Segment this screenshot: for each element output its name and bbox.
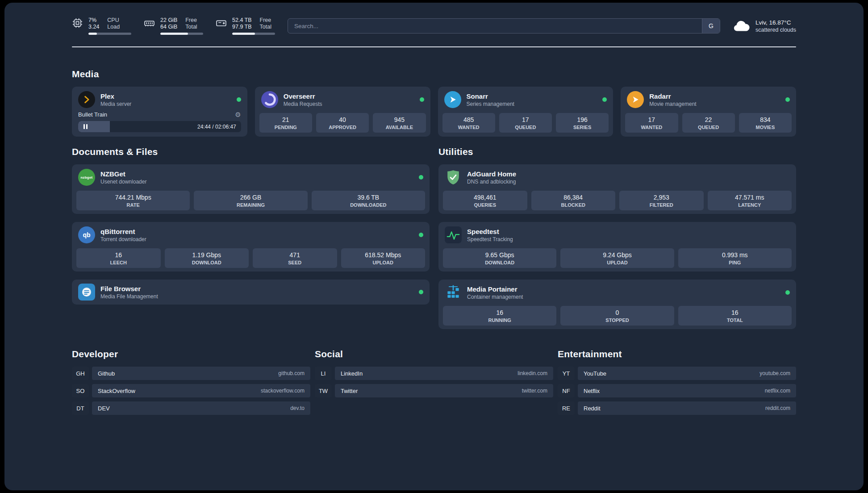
weather-widget[interactable]: Lviv, 16.87°C scattered clouds — [733, 19, 796, 33]
stat-tile: 834 MOVIES — [739, 113, 792, 133]
link-badge: GH — [72, 367, 89, 380]
stat-value: 9.65 Gbps — [445, 251, 555, 259]
link-stackoverflow[interactable]: SO StackOverflowstackoverflow.com — [72, 384, 310, 397]
cpu-progress-fill — [88, 33, 97, 35]
plex-card[interactable]: Plex Media server Bullet Train ⚙ 24:44 /… — [72, 87, 247, 137]
disk-total-value: 97.9 TB — [232, 24, 252, 30]
stat-label: UPLOAD — [562, 260, 672, 265]
stat-tile: 196 SERIES — [556, 113, 609, 133]
memory-icon — [144, 17, 155, 29]
stat-tile: 16 RUNNING — [443, 306, 556, 326]
stat-value: 40 — [318, 116, 367, 123]
link-youtube[interactable]: YT YouTubeyoutube.com — [558, 367, 796, 380]
developer-links: Developer GH Githubgithub.com SO StackOv… — [72, 349, 310, 419]
memory-stat: 22 GiB 64 GiB Free Total — [144, 17, 203, 35]
link-url: twitter.com — [522, 388, 547, 394]
app-name: Sonarr — [467, 92, 514, 100]
stat-tile: 498,461 QUERIES — [443, 191, 527, 210]
stat-label: TOTAL — [680, 318, 790, 323]
media-section-title: Media — [72, 69, 796, 79]
stat-label: LATENCY — [709, 202, 790, 208]
overseerr-card[interactable]: Overseerr Media Requests 21 PENDING 40 A… — [255, 87, 430, 137]
stat-label: STOPPED — [562, 318, 672, 323]
speedtest-card[interactable]: Speedtest Speedtest Tracking 9.65 Gbps D… — [438, 222, 796, 272]
nzbget-card[interactable]: nzbget NZBGet Usenet downloader 744.21 M… — [72, 164, 430, 214]
memory-progress-fill — [160, 33, 188, 35]
adguard-card[interactable]: AdGuard Home DNS and adblocking 498,461 … — [438, 164, 796, 214]
stat-value: 834 — [741, 116, 790, 123]
documents-column: Documents & Files nzbget NZBGet Usenet d… — [72, 146, 430, 305]
link-dev[interactable]: DT DEVdev.to — [72, 401, 310, 415]
link-github[interactable]: GH Githubgithub.com — [72, 367, 310, 380]
stat-value: 485 — [444, 116, 493, 123]
link-twitter[interactable]: TW Twittertwitter.com — [315, 384, 553, 397]
filebrowser-card[interactable]: File Browser Media File Management — [72, 280, 430, 305]
app-name: Plex — [100, 92, 131, 100]
memory-free-label: Free — [185, 17, 197, 23]
gear-icon[interactable]: ⚙ — [235, 111, 241, 118]
link-url: netflix.com — [765, 388, 790, 394]
developer-section-title: Developer — [72, 349, 310, 359]
overseerr-icon — [261, 91, 278, 108]
stat-tile: 2,953 FILTERED — [619, 191, 704, 210]
link-badge: NF — [558, 384, 575, 397]
stat-tile: 86,384 BLOCKED — [531, 191, 616, 210]
search-engine-button[interactable]: G — [702, 19, 720, 33]
stat-label: RUNNING — [445, 318, 555, 323]
app-subtitle: Movie management — [649, 101, 696, 107]
disk-progress-fill — [232, 33, 255, 35]
pause-icon[interactable] — [83, 124, 88, 129]
stat-tile: 0.993 ms PING — [678, 248, 792, 268]
app-name: File Browser — [100, 285, 158, 292]
stat-tile: 21 PENDING — [259, 113, 312, 133]
link-url: github.com — [278, 370, 305, 376]
stat-label: PENDING — [261, 125, 310, 130]
app-subtitle: Usenet downloader — [100, 179, 146, 185]
link-badge: DT — [72, 401, 89, 415]
link-netflix[interactable]: NF Netflixnetflix.com — [558, 384, 796, 397]
stat-value: 17 — [627, 116, 676, 123]
stat-value: 16 — [78, 251, 159, 259]
stat-label: SERIES — [558, 125, 607, 130]
stat-tile: 471 SEED — [253, 248, 337, 268]
stat-value: 39.6 TB — [313, 194, 423, 201]
stat-value: 618.52 Mbps — [343, 251, 424, 259]
stat-label: UPLOAD — [343, 260, 424, 265]
memory-progress-bar — [160, 33, 203, 35]
stat-tile: 0 STOPPED — [560, 306, 674, 326]
link-linkedin[interactable]: LI LinkedInlinkedin.com — [315, 367, 553, 380]
stat-label: DOWNLOADED — [313, 202, 423, 208]
stat-value: 21 — [261, 116, 310, 123]
stat-value: 22 — [684, 116, 733, 123]
app-subtitle: Container management — [467, 294, 523, 300]
qbittorrent-icon-text: qb — [83, 231, 90, 238]
disk-stat: 52.4 TB 97.9 TB Free Total — [216, 17, 275, 35]
stat-label: DOWNLOAD — [167, 260, 247, 265]
stat-label: QUEUED — [501, 125, 550, 130]
disk-progress-bar — [232, 33, 275, 35]
stat-label: REMAINING — [196, 202, 305, 208]
media-section: Media Plex Media server Bullet Train — [72, 69, 796, 137]
link-url: reddit.com — [765, 405, 790, 411]
stat-tile: 39.6 TB DOWNLOADED — [312, 191, 425, 210]
playback-progress-bar[interactable]: 24:44 / 02:06:47 — [78, 121, 241, 132]
stat-value: 47.571 ms — [709, 194, 790, 201]
link-name: Reddit — [584, 405, 601, 412]
link-reddit[interactable]: RE Redditreddit.com — [558, 401, 796, 415]
portainer-card[interactable]: Media Portainer Container management 16 … — [438, 280, 796, 329]
stat-value: 498,461 — [445, 194, 526, 201]
cpu-stat: 7% 3.24 CPU Load — [72, 17, 131, 35]
link-url: dev.to — [290, 405, 305, 411]
sonarr-card[interactable]: Sonarr Series management 485 WANTED 17 Q… — [438, 87, 613, 137]
stat-label: APPROVED — [318, 125, 367, 130]
dashboard-frame: 7% 3.24 CPU Load — [4, 3, 864, 490]
memory-total-label: Total — [185, 24, 197, 30]
radarr-card[interactable]: Radarr Movie management 17 WANTED 22 QUE… — [621, 87, 796, 137]
qbittorrent-card[interactable]: qb qBittorrent Torrent downloader 16 LEE… — [72, 222, 430, 272]
search-input[interactable] — [288, 18, 720, 33]
link-name: Github — [98, 370, 115, 377]
stat-label: WANTED — [444, 125, 493, 130]
nzbget-icon: nzbget — [78, 169, 95, 186]
memory-total-value: 64 GiB — [160, 24, 177, 30]
portainer-icon — [445, 284, 462, 301]
